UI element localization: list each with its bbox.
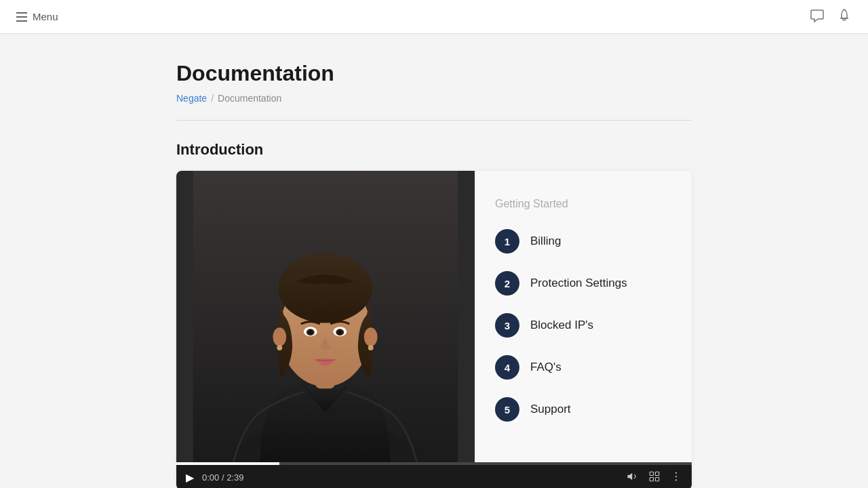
gs-number-2: 2 [495, 271, 519, 296]
getting-started-item-1[interactable]: 1 Billing [495, 229, 671, 253]
video-area[interactable] [176, 171, 475, 462]
menu-label: Menu [33, 11, 58, 22]
progress-bar-fill [176, 462, 279, 465]
intro-section-title: Introduction [176, 141, 692, 159]
settings-icon[interactable] [648, 470, 660, 485]
gs-label-5: Support [530, 403, 571, 416]
breadcrumb-current: Documentation [218, 93, 281, 104]
gs-label-4: FAQ's [530, 361, 561, 374]
breadcrumb-parent[interactable]: Negate [176, 93, 207, 104]
getting-started-panel: Getting Started 1 Billing 2 Protection S… [475, 171, 692, 462]
svg-point-15 [368, 345, 374, 350]
svg-point-5 [278, 253, 372, 323]
play-button[interactable]: ▶ [186, 472, 194, 483]
svg-rect-19 [656, 478, 659, 481]
divider [176, 120, 692, 121]
svg-point-8 [309, 330, 313, 334]
getting-started-item-5[interactable]: 5 Support [495, 397, 671, 422]
svg-point-11 [338, 330, 342, 334]
main-content: Documentation Negate / Documentation Int… [163, 34, 705, 488]
bell-icon[interactable] [837, 8, 852, 25]
getting-started-list: 1 Billing 2 Protection Settings 3 Blocke… [495, 229, 671, 422]
getting-started-item-3[interactable]: 3 Blocked IP's [495, 313, 671, 338]
svg-rect-16 [650, 472, 653, 475]
hamburger-icon [16, 12, 27, 22]
chat-icon[interactable] [810, 8, 825, 25]
gs-number-4: 4 [495, 355, 519, 380]
gs-label-1: Billing [530, 235, 561, 248]
nav-icons [810, 8, 852, 25]
gs-number-3: 3 [495, 313, 519, 338]
video-inner: Getting Started 1 Billing 2 Protection S… [176, 171, 692, 462]
getting-started-title: Getting Started [495, 198, 671, 210]
gs-label-3: Blocked IP's [530, 319, 593, 332]
top-navigation: Menu [0, 0, 868, 34]
breadcrumb: Negate / Documentation [176, 93, 692, 104]
svg-point-22 [675, 479, 677, 481]
svg-point-20 [675, 472, 677, 474]
video-progress-bar[interactable] [176, 462, 692, 465]
gs-label-2: Protection Settings [530, 277, 627, 290]
svg-point-12 [273, 327, 286, 346]
video-controls: ▶ 0:00 / 2:39 [176, 465, 692, 488]
video-container: Getting Started 1 Billing 2 Protection S… [176, 171, 692, 488]
svg-point-21 [675, 476, 677, 477]
svg-rect-17 [656, 472, 659, 475]
getting-started-item-2[interactable]: 2 Protection Settings [495, 271, 671, 296]
more-options-icon[interactable] [670, 470, 682, 485]
video-person [176, 171, 475, 462]
svg-point-13 [364, 327, 378, 346]
volume-icon[interactable] [627, 470, 639, 485]
page-title: Documentation [176, 61, 692, 86]
video-controls-right [627, 470, 682, 485]
breadcrumb-separator: / [211, 93, 214, 104]
svg-point-14 [277, 345, 282, 350]
intro-section: Introduction [176, 141, 692, 488]
menu-button[interactable]: Menu [16, 11, 58, 22]
svg-rect-18 [650, 478, 653, 481]
video-time: 0:00 / 2:39 [202, 472, 243, 483]
gs-number-1: 1 [495, 229, 519, 253]
getting-started-item-4[interactable]: 4 FAQ's [495, 355, 671, 380]
gs-number-5: 5 [495, 397, 519, 422]
